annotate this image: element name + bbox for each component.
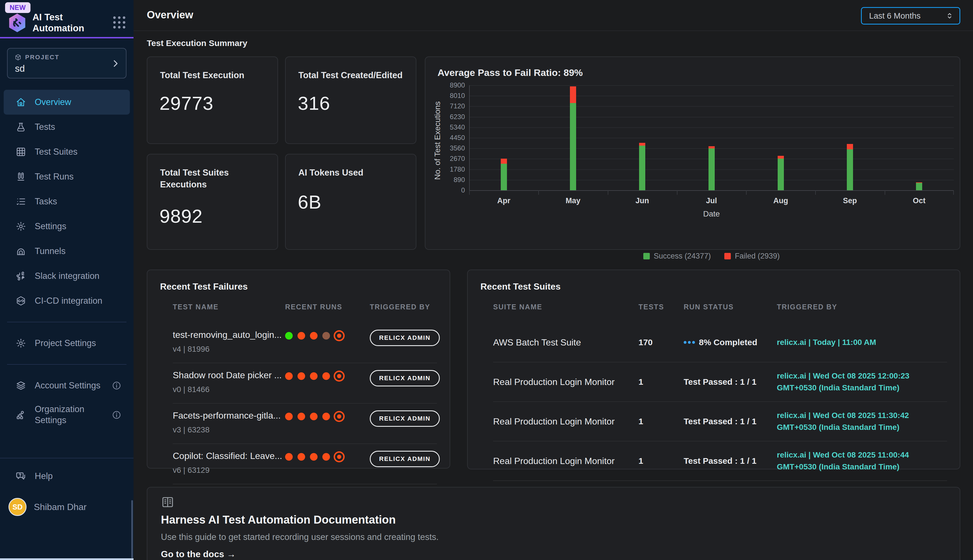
run-status-dot[interactable] <box>285 372 293 380</box>
new-badge: NEW <box>5 2 30 13</box>
sidebar-item-tunnels[interactable]: Tunnels <box>4 239 130 263</box>
chart-axis-tick <box>815 190 816 195</box>
bar-success-aug <box>778 158 784 190</box>
runs-icon <box>15 171 26 182</box>
sidebar-item-tasks[interactable]: Tasks <box>4 189 130 214</box>
sidebar-horizontal-scrollbar[interactable] <box>0 558 133 560</box>
sidebar-item-help[interactable]: Help <box>0 466 133 486</box>
stat-card-value: 316 <box>298 92 330 114</box>
run-status-dot[interactable] <box>285 453 293 461</box>
slack-icon <box>15 271 26 282</box>
sidebar-item-tests[interactable]: Tests <box>4 115 130 140</box>
test-name: Copilot: Classified: Leave... <box>173 451 285 461</box>
triggered-by-button[interactable]: RELICX ADMIN <box>370 330 440 346</box>
go-to-docs-link[interactable]: Go to the docs → <box>161 549 236 560</box>
suite-row[interactable]: AWS Batch Test Suite1708% Completedrelic… <box>493 323 947 362</box>
sidebar-item-account-settings[interactable]: Account Settings <box>4 373 130 398</box>
run-status-text: Test Passed : 1 / 1 <box>684 456 756 466</box>
chart-gridline <box>469 117 954 117</box>
info-icon[interactable] <box>112 381 122 390</box>
run-status-dot[interactable] <box>322 332 330 340</box>
column-header: SUITE NAME <box>493 303 638 311</box>
bar-success-apr <box>501 164 507 190</box>
recent-runs <box>285 451 370 462</box>
run-status-latest-dot[interactable] <box>334 411 345 422</box>
run-status-dot[interactable] <box>285 332 293 340</box>
run-status-dot[interactable] <box>285 413 293 420</box>
sidebar-item-ci-cd-integration[interactable]: CI-CD integration <box>4 288 130 313</box>
failure-row[interactable]: test-removing_auto_login...v4 | 81996REL… <box>173 323 437 363</box>
legend-item-success[interactable]: Success (24377) <box>643 252 711 260</box>
sidebar-item-test-suites[interactable]: Test Suites <box>4 140 130 164</box>
failure-row[interactable]: Facets-performance-gitla...v3 | 63238REL… <box>173 403 437 444</box>
sidebar-item-organization-settings[interactable]: Organization Settings <box>4 398 130 432</box>
run-status-latest-dot[interactable] <box>334 451 345 462</box>
stat-card-label: Total Test Created/Edited <box>298 70 405 81</box>
app-logo-icon <box>7 13 27 33</box>
chart-axis-tick <box>885 190 885 195</box>
sidebar-item-settings[interactable]: Settings <box>4 214 130 239</box>
chart-x-axis <box>469 190 954 191</box>
recent-test-suites-panel: Recent Test Suites SUITE NAMETESTSRUN ST… <box>467 270 960 469</box>
user-menu[interactable]: SD Shibam Dhar <box>0 498 133 516</box>
chart-axis-tick <box>746 190 746 195</box>
run-status-latest-dot[interactable] <box>334 371 345 382</box>
chart-title: Average Pass to Fail Ratio: 89% <box>438 67 583 78</box>
grid-icon <box>15 147 26 157</box>
sidebar-item-label: Tests <box>35 122 130 133</box>
suites-title: Recent Test Suites <box>480 282 561 292</box>
tasks-icon <box>15 196 26 207</box>
run-status-dot[interactable] <box>322 413 330 420</box>
date-range-selector[interactable]: Last 6 Months <box>861 7 960 25</box>
column-header: RECENT RUNS <box>285 303 370 311</box>
failure-row[interactable]: Copilot: Classified: Leave...v6 | 63129R… <box>173 444 437 484</box>
project-selector[interactable]: PROJECT sd <box>7 48 127 78</box>
run-status-dot[interactable] <box>310 332 318 340</box>
chart-x-tick: Jul <box>695 197 728 205</box>
triggered-by-button[interactable]: RELICX ADMIN <box>370 410 440 427</box>
run-status-dot[interactable] <box>298 413 305 420</box>
chart-axis-tick <box>538 190 539 195</box>
suite-row[interactable]: Real Production Login Monitor1Test Passe… <box>493 442 947 481</box>
run-status-dot[interactable] <box>310 413 318 420</box>
sidebar-item-project-settings[interactable]: Project Settings <box>4 331 130 356</box>
run-status-dot[interactable] <box>310 372 318 380</box>
suite-tests-count: 170 <box>638 338 684 347</box>
sidebar-item-slack-integration[interactable]: Slack integration <box>4 263 130 288</box>
column-header: TRIGGERED BY <box>370 303 437 311</box>
run-status-dot[interactable] <box>322 453 330 461</box>
run-status-dot[interactable] <box>322 372 330 380</box>
suite-row[interactable]: Real Production Login Monitor1Test Passe… <box>493 402 947 442</box>
legend-item-failed[interactable]: Failed (2939) <box>724 252 780 260</box>
triggered-by-button[interactable]: RELICX ADMIN <box>370 370 440 387</box>
stat-card-label: AI Tokens Used <box>298 167 405 179</box>
bar-success-jun <box>639 146 645 190</box>
chart-y-tick: 0 <box>434 186 465 194</box>
chart-axis-tick <box>953 190 954 195</box>
chart-y-tick: 7120 <box>434 102 465 110</box>
run-status-dot[interactable] <box>298 372 305 380</box>
run-status-latest-dot[interactable] <box>334 330 345 341</box>
suite-name: AWS Batch Test Suite <box>493 337 638 348</box>
sidebar-item-overview[interactable]: Overview <box>4 90 130 115</box>
triggered-by-button[interactable]: RELICX ADMIN <box>370 451 440 467</box>
page-header: Overview Last 6 Months <box>133 0 973 31</box>
apps-grid-icon[interactable] <box>113 17 126 29</box>
sidebar-item-test-runs[interactable]: Test Runs <box>4 164 130 189</box>
info-icon[interactable] <box>112 410 122 420</box>
run-status-dot[interactable] <box>298 453 305 461</box>
bar-failed-jun <box>639 143 645 146</box>
avatar: SD <box>8 498 27 516</box>
failure-row[interactable]: Shadow root Date picker ...v0 | 81466REL… <box>173 363 437 403</box>
test-version-id: v0 | 81466 <box>173 385 285 394</box>
sidebar-item-label: Test Runs <box>35 171 130 182</box>
suite-row[interactable]: Real Production Login Monitor1Test Passe… <box>493 362 947 402</box>
app-title: AI Test Automation <box>32 12 97 33</box>
recent-runs <box>285 411 370 422</box>
sidebar-vertical-scrollbar[interactable] <box>131 500 133 558</box>
suite-tests-count: 1 <box>638 377 684 387</box>
column-header: RUN STATUS <box>684 303 777 311</box>
run-status-dot[interactable] <box>310 453 318 461</box>
run-status-dot[interactable] <box>298 332 305 340</box>
suites-table-body: AWS Batch Test Suite1708% Completedrelic… <box>493 323 947 481</box>
